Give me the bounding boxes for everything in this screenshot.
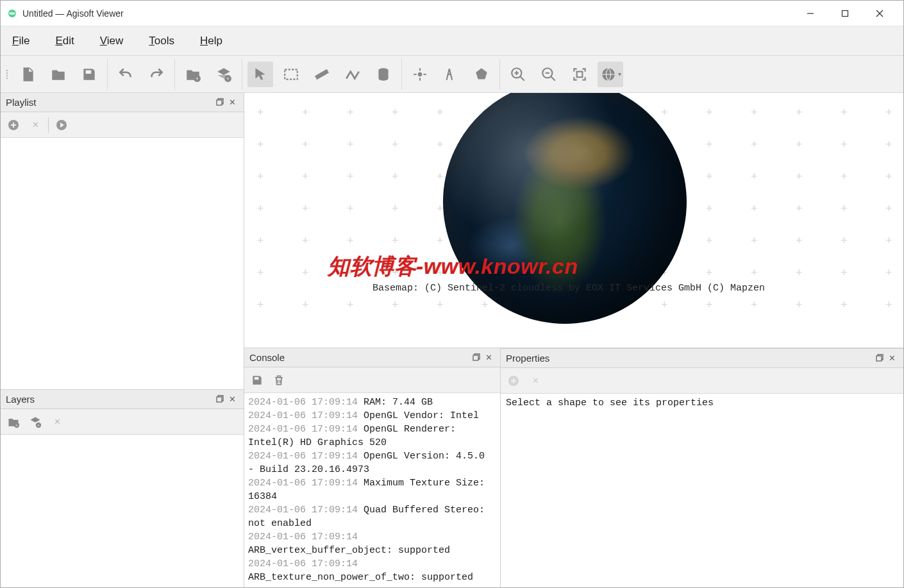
polygon-icon[interactable]	[469, 62, 494, 87]
fit-view-icon[interactable]	[567, 62, 592, 87]
svg-rect-34	[876, 356, 882, 361]
viewport-3d[interactable]: ++++++++++++++++++++++++++++++++++++++++…	[244, 93, 903, 348]
console-panel: Console ✕ 2024-01-06 17:09:14 RAM: 7.44 …	[244, 348, 501, 587]
zoom-in-icon[interactable]	[505, 62, 531, 87]
clear-log-icon[interactable]	[270, 371, 288, 389]
add-playlist-item-icon[interactable]	[4, 116, 22, 134]
add-layer-folder-icon[interactable]: +	[4, 413, 22, 431]
rectangle-select-icon[interactable]	[278, 62, 304, 87]
layers-title: Layers	[6, 394, 213, 405]
svg-rect-21	[577, 71, 583, 77]
save-log-icon[interactable]	[248, 371, 266, 389]
remove-property-icon[interactable]: ✕	[526, 372, 544, 390]
svg-rect-23	[217, 100, 222, 105]
svg-line-15	[520, 76, 524, 81]
restore-icon[interactable]	[213, 393, 226, 406]
menu-view[interactable]: View	[96, 31, 128, 51]
maximize-button[interactable]	[828, 1, 862, 26]
add-folder-icon[interactable]: +	[180, 62, 206, 87]
svg-text:+: +	[37, 423, 40, 427]
cylinder-icon[interactable]	[371, 62, 396, 87]
chevron-down-icon[interactable]: ▾	[618, 71, 621, 78]
menubar: File Edit View Tools Help	[1, 26, 903, 56]
remove-layer-icon[interactable]: ✕	[48, 413, 66, 431]
svg-point-13	[419, 72, 421, 75]
svg-line-19	[551, 76, 555, 81]
svg-rect-3	[842, 10, 848, 16]
titlebar: Untitled — Agisoft Viewer	[1, 1, 903, 26]
window-title: Untitled — Agisoft Viewer	[22, 8, 793, 19]
console-title: Console	[249, 352, 469, 363]
svg-rect-28	[217, 397, 222, 402]
ruler-icon[interactable]	[309, 62, 335, 87]
new-document-icon[interactable]	[15, 62, 40, 87]
svg-point-1	[9, 12, 15, 14]
console-log[interactable]: 2024-01-06 17:09:14 RAM: 7.44 GB2024-01-…	[244, 393, 500, 587]
layers-panel: Layers ✕ + + ✕	[1, 389, 244, 587]
basemap-credits: Basemap: (C) Sentinel-2 cloudless by EOX…	[372, 283, 765, 294]
playlist-title: Playlist	[6, 97, 213, 108]
restore-icon[interactable]	[873, 352, 885, 365]
menu-tools[interactable]: Tools	[145, 31, 178, 51]
compass-icon[interactable]	[438, 62, 464, 87]
properties-placeholder: Select a shape to see its properties	[501, 394, 903, 587]
play-icon[interactable]	[53, 116, 71, 134]
minimize-button[interactable]	[793, 1, 828, 26]
undo-icon[interactable]	[113, 62, 138, 87]
restore-icon[interactable]	[213, 96, 226, 109]
menu-help[interactable]: Help	[196, 31, 226, 51]
svg-rect-11	[315, 69, 329, 79]
close-panel-icon[interactable]: ✕	[226, 393, 239, 406]
polyline-icon[interactable]	[340, 62, 365, 87]
add-layer-shape-icon[interactable]: +	[26, 413, 44, 431]
svg-rect-33	[473, 355, 478, 360]
app-icon	[7, 8, 17, 19]
save-icon[interactable]	[76, 62, 102, 87]
properties-panel: Properties ✕ ✕ Select a shape to see its…	[501, 348, 903, 587]
menu-edit[interactable]: Edit	[51, 31, 78, 51]
restore-icon[interactable]	[469, 351, 482, 364]
redo-icon[interactable]	[144, 62, 169, 87]
add-property-icon[interactable]	[505, 372, 523, 390]
close-panel-icon[interactable]: ✕	[482, 351, 495, 364]
zoom-out-icon[interactable]	[536, 62, 562, 87]
close-panel-icon[interactable]: ✕	[226, 96, 239, 109]
menu-file[interactable]: File	[8, 31, 33, 51]
globe-view-icon[interactable]: ▾	[598, 62, 623, 87]
svg-text:+: +	[196, 75, 199, 81]
properties-title: Properties	[506, 353, 873, 364]
playlist-panel: Playlist ✕ ✕	[1, 93, 244, 389]
close-panel-icon[interactable]: ✕	[885, 352, 898, 365]
svg-text:+: +	[15, 423, 18, 427]
svg-rect-10	[285, 69, 297, 79]
svg-text:+: +	[226, 75, 230, 81]
snap-point-icon[interactable]	[407, 62, 433, 87]
remove-playlist-item-icon[interactable]: ✕	[26, 116, 44, 134]
watermark-text: 知软博客-www.knowr.cn	[328, 252, 578, 281]
add-layer-icon[interactable]: +	[211, 62, 237, 87]
close-button[interactable]	[862, 1, 897, 26]
pointer-icon[interactable]	[247, 62, 273, 87]
open-folder-icon[interactable]	[46, 62, 71, 87]
toolbar: + + ▾	[1, 56, 903, 93]
